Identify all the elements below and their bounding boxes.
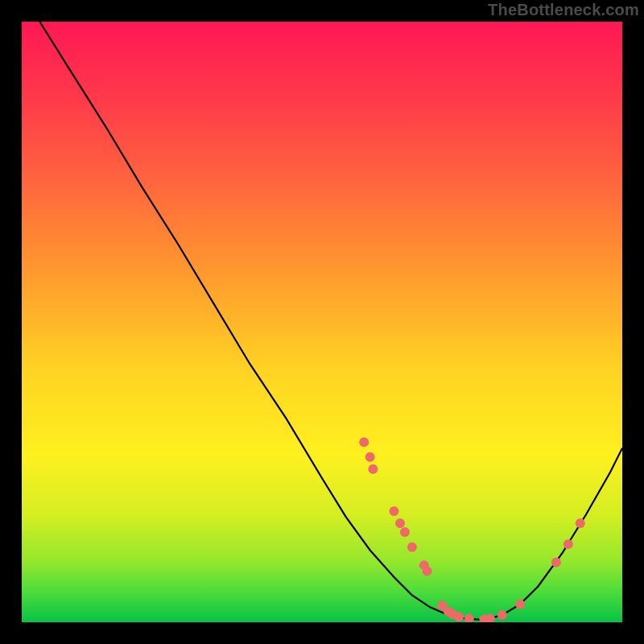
watermark-label: TheBottleneck.com: [488, 1, 639, 19]
data-marker: [564, 539, 573, 549]
data-marker: [551, 557, 561, 567]
data-marker: [407, 543, 417, 552]
data-marker: [423, 567, 432, 576]
data-marker: [400, 527, 410, 537]
plot-area: [22, 22, 622, 622]
data-marker: [454, 612, 464, 621]
data-marker: [515, 600, 525, 609]
data-marker: [485, 614, 495, 622]
marker-layer: [359, 437, 585, 622]
data-marker: [464, 614, 474, 622]
data-marker: [576, 518, 585, 528]
data-marker: [368, 464, 378, 474]
curve-layer: [22, 22, 622, 622]
data-marker: [365, 452, 375, 462]
data-marker: [390, 506, 399, 516]
data-marker: [395, 518, 405, 528]
data-marker: [359, 437, 369, 447]
bottleneck-curve: [39, 22, 622, 620]
data-marker: [497, 610, 507, 620]
chart-frame: TheBottleneck.com: [0, 0, 644, 644]
